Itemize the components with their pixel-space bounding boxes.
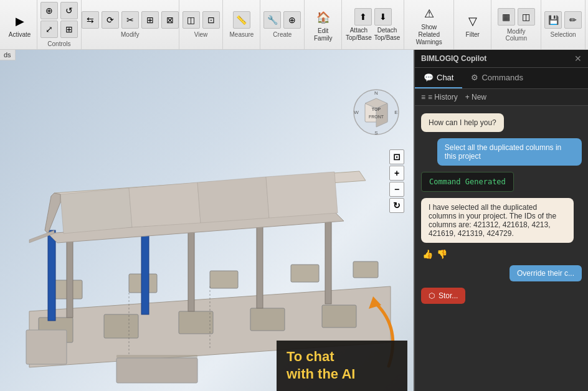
- control-icon-2[interactable]: ↺: [60, 2, 78, 19]
- new-chat-button[interactable]: + New: [465, 93, 486, 101]
- svg-marker-21: [197, 177, 269, 223]
- control-icon-1[interactable]: ⊕: [40, 2, 58, 19]
- zoom-in-button[interactable]: +: [389, 166, 404, 181]
- nav-cube[interactable]: N E S W TOP FRONT: [351, 87, 401, 137]
- thumbs-down-icon[interactable]: 👎: [437, 249, 447, 259]
- commands-icon: ⚙: [471, 73, 478, 82]
- copilot-tabs: 💬 Chat ⚙ Commands: [415, 68, 588, 89]
- store-button[interactable]: ⬡ Stor...: [421, 288, 465, 304]
- edit-family-label: EditFamily: [314, 27, 332, 42]
- measure-label: Measure: [230, 31, 254, 38]
- toolbar-group-attach: ⬆ ⬇ AttachTop/Base DetachTop/Base: [342, 0, 404, 49]
- edit-family-button[interactable]: 🏠 EditFamily: [311, 6, 336, 44]
- message-4-text: I have selected all the duplicated colum…: [429, 203, 556, 238]
- svg-marker-19: [60, 188, 132, 233]
- zoom-rotate-button[interactable]: ↻: [389, 198, 404, 213]
- history-icon: ≡: [421, 93, 425, 101]
- tab-chat[interactable]: 💬 Chat: [415, 68, 462, 88]
- svg-rect-27: [26, 330, 67, 364]
- zoom-out-button[interactable]: −: [389, 182, 404, 197]
- toolbar-group-create: 🔧 ⊕ Create: [260, 0, 305, 49]
- svg-text:S: S: [374, 130, 377, 136]
- controls-icons: ⊕ ↺: [40, 2, 78, 19]
- zoom-controls: ⊡ + − ↻: [389, 149, 404, 213]
- viewport[interactable]: ds: [0, 50, 414, 391]
- modify-label: Modify: [121, 31, 139, 38]
- edit-icon[interactable]: ✏: [564, 11, 582, 29]
- controls-label: Controls: [47, 40, 70, 47]
- store-icon: ⬡: [429, 291, 435, 300]
- modify-icon-4[interactable]: ⊞: [141, 11, 159, 29]
- control-icon-3[interactable]: ⤢: [40, 21, 58, 38]
- override-action-button[interactable]: Override their c...: [510, 265, 582, 281]
- create-icon-2[interactable]: ⊕: [283, 11, 301, 29]
- modify-col-label: Modify Column: [496, 28, 536, 42]
- history-label: ≡ History: [428, 93, 458, 101]
- toolbar-group-view: ◫ ⊡ View: [179, 0, 224, 49]
- warnings-label: Show RelatedWarnings: [412, 24, 446, 46]
- svg-text:N: N: [374, 90, 378, 96]
- thumbs-up-icon[interactable]: 👍: [422, 249, 433, 259]
- filter-button[interactable]: ▽ Filter: [460, 10, 485, 40]
- modify-col-icons: ▦ ◫: [498, 8, 535, 26]
- activate-label: Activate: [9, 31, 31, 39]
- create-icon-1[interactable]: 🔧: [263, 11, 281, 29]
- chat-icon: 💬: [424, 73, 434, 82]
- attach-top-icon[interactable]: ⬆: [354, 8, 372, 26]
- copilot-close-button[interactable]: ✕: [574, 54, 582, 64]
- svg-rect-2: [104, 314, 138, 338]
- history-button[interactable]: ≡ ≡ History: [421, 93, 458, 101]
- view-icon-1[interactable]: ◫: [183, 11, 200, 29]
- modify-icon-1[interactable]: ⇆: [82, 11, 99, 29]
- message-2-text: Select all the duplicated columns in thi…: [445, 143, 561, 161]
- control-icon-4[interactable]: ⊞: [60, 21, 78, 38]
- view-icon-2[interactable]: ⊡: [202, 11, 220, 29]
- mod-col-icon-1[interactable]: ▦: [498, 8, 515, 26]
- measure-icons: 📏: [233, 11, 250, 29]
- view-icons: ◫ ⊡: [183, 11, 220, 29]
- warnings-button[interactable]: ⚠ Show RelatedWarnings: [409, 2, 448, 47]
- create-icons: 🔧 ⊕: [263, 11, 301, 29]
- store-label: Stor...: [439, 291, 458, 300]
- toolbar-group-selection: 💾 ✏ Selection: [541, 0, 586, 49]
- main-area: ds: [0, 50, 588, 391]
- save-icon[interactable]: 💾: [544, 11, 562, 29]
- mod-col-icon-2[interactable]: ◫: [518, 8, 535, 26]
- modify-icons: ⇆ ⟳ ✂ ⊞ ⊠: [82, 11, 179, 29]
- svg-rect-26: [116, 358, 197, 383]
- selection-label: Selection: [551, 31, 576, 38]
- activate-icon: ▶: [10, 11, 30, 31]
- measure-icon-1[interactable]: 📏: [233, 11, 250, 29]
- zoom-fit-button[interactable]: ⊡: [389, 149, 404, 164]
- feedback-row: 👍 👎: [421, 249, 447, 259]
- toolbar-group-warnings: ⚠ Show RelatedWarnings: [404, 0, 454, 49]
- svg-marker-22: [266, 172, 338, 218]
- svg-text:TOP: TOP: [372, 107, 381, 111]
- svg-rect-10: [353, 261, 378, 278]
- svg-rect-25: [116, 355, 197, 358]
- modify-icon-2[interactable]: ⟳: [102, 11, 119, 29]
- toolbar-group-measure: 📏 Measure: [223, 0, 260, 49]
- chat-messages: How can I help you? Select all the dupli…: [415, 106, 588, 391]
- activate-button[interactable]: ▶ Activate: [6, 10, 34, 40]
- svg-marker-23: [45, 193, 60, 233]
- message-1-text: How can I help you?: [429, 118, 496, 127]
- detach-top-icon[interactable]: ⬇: [374, 8, 392, 26]
- svg-rect-5: [322, 305, 356, 327]
- svg-rect-16: [325, 210, 331, 304]
- controls-icons-2: ⤢ ⊞: [40, 21, 78, 38]
- toolbar: ▶ Activate ⊕ ↺ ⤢ ⊞ Controls ⇆ ⟳ ✂ ⊞ ⊠ Mo…: [0, 0, 588, 50]
- tab-commands[interactable]: ⚙ Commands: [462, 68, 531, 88]
- copilot-header: BIMLOGIQ Copilot ✕: [415, 50, 588, 68]
- modify-icon-3[interactable]: ✂: [121, 11, 139, 29]
- toolbar-group-activate: ▶ Activate: [2, 0, 37, 49]
- toolbar-group-filter: ▽ Filter: [454, 0, 491, 49]
- svg-rect-15: [257, 215, 263, 308]
- modify-icon-5[interactable]: ⊠: [161, 11, 179, 29]
- tab-commands-label: Commands: [481, 73, 523, 82]
- new-label: + New: [465, 93, 486, 101]
- message-3-command: Command Generated: [421, 172, 514, 192]
- save-edit-icons: 💾 ✏: [544, 11, 582, 29]
- svg-rect-4: [250, 308, 285, 331]
- filter-icon: ▽: [463, 11, 483, 31]
